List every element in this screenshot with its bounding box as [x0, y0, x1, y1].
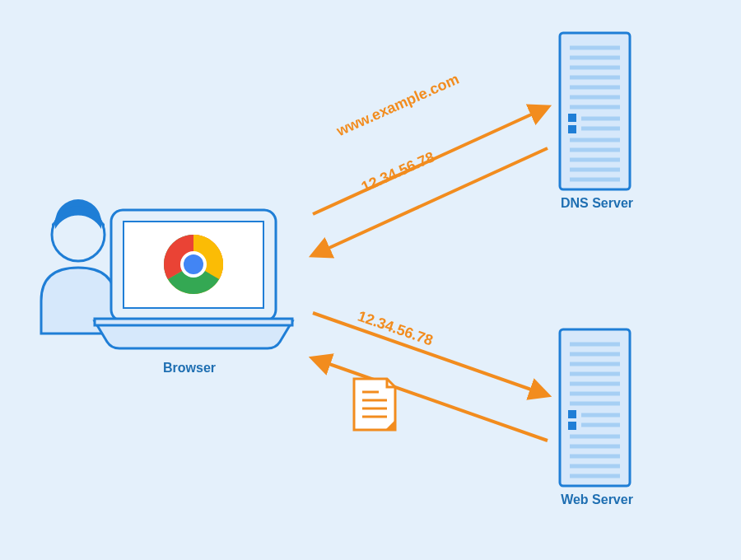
- arrow-browser-to-web: [313, 313, 548, 395]
- dns-server-label: DNS Server: [543, 196, 650, 211]
- laptop-icon: [95, 210, 292, 348]
- dns-server-icon: [560, 33, 630, 189]
- arrow-web-to-browser: [313, 358, 548, 441]
- document-icon: [354, 379, 395, 430]
- svg-rect-22: [568, 114, 576, 122]
- svg-rect-40: [568, 422, 576, 430]
- web-server-icon: [560, 329, 630, 486]
- user-icon: [41, 199, 115, 334]
- svg-point-6: [184, 254, 203, 274]
- svg-rect-23: [568, 125, 576, 133]
- svg-rect-3: [95, 319, 292, 325]
- browser-label: Browser: [107, 361, 272, 376]
- diagram-canvas: Browser DNS Server Web Server www.exampl…: [0, 0, 741, 560]
- svg-rect-39: [568, 410, 576, 418]
- web-server-label: Web Server: [543, 492, 650, 507]
- diagram-svg: [0, 0, 741, 560]
